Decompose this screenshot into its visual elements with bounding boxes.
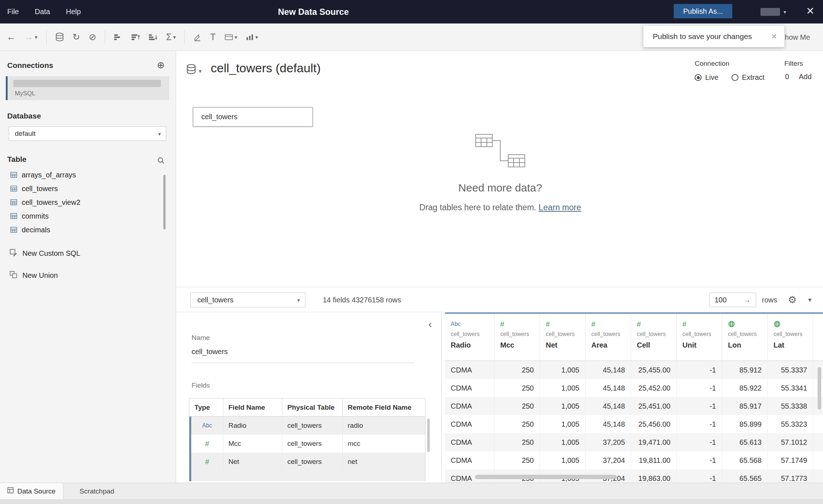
grid-horizontal-scrollbar[interactable] [475,475,617,479]
redo-icon[interactable]: → [24,33,33,42]
column-header-physical-table[interactable]: Physical Table [282,399,343,416]
grid-cell[interactable]: 45,148 [586,361,631,379]
grid-cell[interactable]: CDMA [445,397,494,415]
sort-descending-icon[interactable] [149,34,157,41]
grid-cell[interactable]: 1,005 [540,379,586,397]
grid-cell[interactable]: 250 [494,433,540,451]
grid-column-header[interactable]: cell_towersLon [722,314,768,361]
menu-file[interactable]: File [7,8,19,16]
grid-cell[interactable]: 1,005 [540,451,586,469]
grid-cell[interactable]: 1,005 [540,415,586,433]
connection-item[interactable]: MySQL [6,76,169,100]
table-list-scrollbar[interactable] [163,175,166,229]
add-datasource-icon[interactable] [55,33,64,42]
filters-add-link[interactable]: Add [799,73,812,81]
chart-icon[interactable] [246,34,254,41]
fit-caret-icon[interactable]: ▾ [235,34,237,40]
search-icon[interactable] [157,156,165,166]
new-custom-sql-button[interactable]: New Custom SQL [0,246,163,260]
collapse-panel-icon[interactable]: ‹ [428,319,432,329]
group-fields-icon[interactable] [114,34,123,41]
grid-column-header[interactable]: #cell_towersCell [631,314,677,361]
table-list-item[interactable]: cell_towers [0,182,163,195]
totals-icon[interactable]: Σ [166,33,171,42]
grid-cell[interactable]: 250 [494,397,540,415]
datasource-caret-icon[interactable]: ▾ [199,68,202,74]
field-row[interactable]: #Mcccell_towersmcc [189,435,425,453]
grid-cell[interactable]: 250 [494,379,540,397]
grid-cell[interactable]: 55.3323 [768,415,813,433]
grid-cell[interactable]: CDMA [445,379,494,397]
extract-radio[interactable]: Extract [732,73,764,82]
grid-cell[interactable]: 57.1773 [768,469,813,483]
grid-cell[interactable]: 65.613 [722,433,768,451]
grid-cell[interactable]: -1 [677,451,722,469]
grid-cell[interactable]: 55.3337 [768,361,813,379]
grid-cell[interactable]: 37,205 [586,433,631,451]
grid-column-header[interactable]: #cell_towersMcc [494,314,540,361]
grid-cell[interactable]: 85.899 [722,415,768,433]
grid-column-header[interactable]: #cell_towersNet [540,314,586,361]
grid-options-caret-icon[interactable]: ▾ [808,297,811,303]
grid-cell[interactable]: 1,005 [540,361,586,379]
grid-cell[interactable]: 57.1012 [768,433,813,451]
grid-cell[interactable]: 250 [494,451,540,469]
grid-cell[interactable]: 37,204 [586,451,631,469]
menu-help[interactable]: Help [66,8,81,16]
grid-vertical-scrollbar[interactable] [818,367,821,410]
grid-cell[interactable]: 55.3338 [768,397,813,415]
learn-more-link[interactable]: Learn more [539,203,581,212]
grid-cell[interactable]: 19,471.00 [631,433,677,451]
highlight-icon[interactable] [193,33,201,41]
table-select-dropdown[interactable]: cell_towers ▾ [190,292,305,307]
add-connection-icon[interactable]: ⊕ [157,60,165,70]
fit-icon[interactable] [224,34,233,41]
grid-cell[interactable]: -1 [677,361,722,379]
apply-rows-icon[interactable]: → [741,296,754,304]
fields-table-scrollbar[interactable] [427,419,430,452]
grid-cell[interactable]: 25,452.00 [631,379,677,397]
grid-cell[interactable]: 57.1749 [768,451,813,469]
grid-cell[interactable]: 250 [494,415,540,433]
grid-cell[interactable]: 55.3341 [768,379,813,397]
grid-cell[interactable]: -1 [677,379,722,397]
refresh-icon[interactable]: ↻ [73,33,80,42]
field-row[interactable]: #Netcell_towersnet [189,453,425,471]
grid-cell[interactable]: -1 [677,415,722,433]
grid-cell[interactable]: 25,451.00 [631,397,677,415]
live-radio[interactable]: Live [695,73,719,82]
grid-column-header[interactable]: #cell_towersUnit [677,314,722,361]
grid-cell[interactable]: 65.568 [722,451,768,469]
grid-cell[interactable]: 45,148 [586,397,631,415]
grid-cell[interactable]: -1 [677,397,722,415]
grid-cell[interactable]: 19,863.00 [631,469,677,483]
field-row[interactable]: AbcRadiocell_towersradio [189,417,425,435]
grid-cell[interactable]: -1 [677,469,722,483]
grid-column-header[interactable]: cell_towersLat [768,314,813,361]
grid-cell[interactable]: 45,148 [586,379,631,397]
grid-cell[interactable]: CDMA [445,451,494,469]
grid-cell[interactable]: 250 [494,361,540,379]
totals-caret-icon[interactable]: ▾ [173,34,176,40]
tooltip-close-icon[interactable]: ✕ [771,32,777,41]
grid-cell[interactable]: 65.565 [722,469,768,483]
tab-data-source[interactable]: Data Source [0,483,63,499]
table-list-item[interactable]: decimals [0,223,163,237]
table-list-item[interactable]: cell_towers_view2 [0,195,163,209]
new-union-button[interactable]: New Union [0,268,163,283]
grid-column-header[interactable]: #cell_towersArea [586,314,631,361]
undo-icon[interactable]: ← [7,33,16,42]
cancel-update-icon[interactable]: ⊘ [89,33,96,42]
grid-cell[interactable]: 1,005 [540,433,586,451]
table-node-cell-towers[interactable]: cell_towers [193,107,313,127]
grid-cell[interactable]: 19,811.00 [631,451,677,469]
sort-ascending-icon[interactable] [131,34,140,41]
grid-cell[interactable]: 85.912 [722,361,768,379]
grid-cell[interactable]: 25,456.00 [631,415,677,433]
grid-cell[interactable]: CDMA [445,361,494,379]
column-header-remote-field-name[interactable]: Remote Field Name [343,399,424,416]
column-header-type[interactable]: Type [189,399,223,416]
gear-icon[interactable]: ⚙ [788,294,797,306]
grid-cell[interactable]: 1,005 [540,397,586,415]
chart-caret-icon[interactable]: ▾ [255,34,258,40]
